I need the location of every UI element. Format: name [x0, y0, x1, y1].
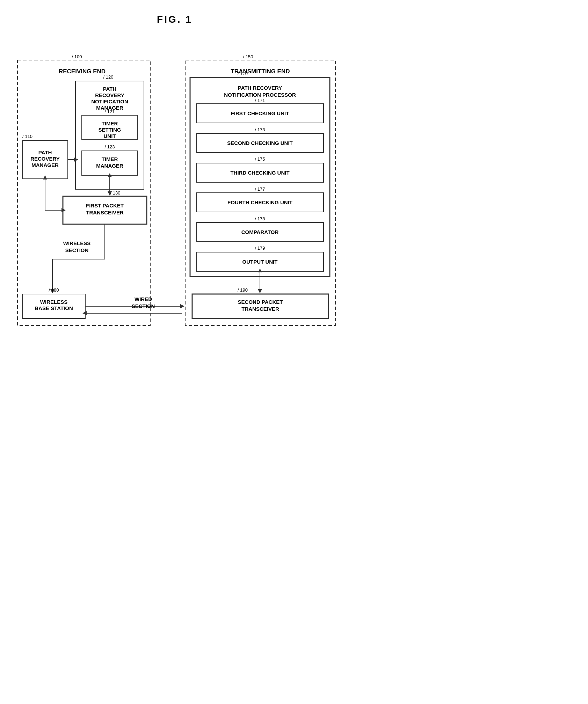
- notification-manager-ref: / 120: [103, 74, 114, 80]
- figure-title: FIG. 1: [157, 14, 193, 25]
- third-checking-unit-text: THIRD CHECKING UNIT: [230, 170, 289, 176]
- receiving-end-label: RECEIVING END: [59, 68, 106, 75]
- output-unit-ref: / 179: [255, 245, 265, 251]
- first-checking-unit-ref: / 171: [255, 98, 265, 103]
- receiving-end-ref: / 100: [72, 54, 82, 59]
- path-recovery-manager-text3: MANAGER: [31, 162, 59, 168]
- path-recovery-manager-ref: / 110: [22, 134, 32, 139]
- second-checking-unit-ref: / 173: [255, 127, 265, 132]
- wireless-base-station-ref: / 180: [49, 287, 59, 293]
- notification-processor-text1: PATH RECOVERY: [238, 85, 282, 91]
- wireless-base-station-text2: BASE STATION: [35, 305, 73, 311]
- timer-setting-unit-text3: UNIT: [104, 133, 116, 139]
- second-packet-transceiver-text2: TRANSCEIVER: [241, 306, 279, 312]
- wireless-section-text1: WIRELESS: [63, 240, 90, 246]
- notification-processor-text2: NOTIFICATION PROCESSOR: [224, 92, 296, 98]
- wireless-base-station-text1: WIRELESS: [40, 299, 67, 305]
- path-recovery-notification-processor-ref: / 170: [238, 71, 248, 76]
- timer-manager-text1: TIMER: [102, 156, 118, 162]
- arrow-wbs-right-head: [180, 304, 184, 308]
- timer-setting-unit-text2: SETTING: [98, 127, 121, 133]
- path-recovery-manager-text1: PATH: [38, 149, 52, 155]
- first-packet-transceiver-text1: FIRST PACKET: [86, 203, 124, 208]
- fourth-checking-unit-ref: / 177: [255, 186, 265, 192]
- path-recovery-manager-text2: RECOVERY: [30, 156, 60, 162]
- arrow-output-to-spt-head: [258, 289, 262, 293]
- notification-manager-text1: PATH: [103, 86, 117, 92]
- wired-section-text2: SECTION: [132, 303, 155, 309]
- notification-manager-text2: RECOVERY: [95, 92, 124, 98]
- first-packet-transceiver-text2: TRANSCEIVER: [86, 210, 124, 215]
- timer-manager-ref: / 123: [105, 144, 115, 149]
- fourth-checking-unit-text: FOURTH CHECKING UNIT: [227, 199, 292, 205]
- second-packet-transceiver-text1: SECOND PACKET: [238, 299, 283, 305]
- notification-manager-text3: NOTIFICATION: [91, 98, 128, 104]
- timer-setting-unit-ref: / 121: [105, 109, 115, 114]
- second-checking-unit-text: SECOND CHECKING UNIT: [227, 140, 293, 146]
- wired-section-text1: WIRED: [135, 296, 152, 302]
- output-unit-text: OUTPUT UNIT: [242, 259, 278, 265]
- first-packet-transceiver-ref: / 130: [110, 190, 121, 196]
- timer-manager-text2: MANAGER: [96, 163, 123, 169]
- timer-setting-unit-text1: TIMER: [102, 120, 118, 126]
- comparator-ref: / 178: [255, 216, 265, 221]
- second-packet-transceiver-ref: / 190: [238, 287, 248, 293]
- diagram: text { font-family: Arial, sans-serif; }…: [7, 39, 342, 442]
- wireless-section-text2: SECTION: [65, 247, 89, 253]
- first-checking-unit-text: FIRST CHECKING UNIT: [231, 110, 289, 116]
- comparator-text: COMPARATOR: [241, 229, 279, 235]
- third-checking-unit-ref: / 175: [255, 156, 265, 162]
- transmitting-end-ref: / 150: [243, 54, 253, 59]
